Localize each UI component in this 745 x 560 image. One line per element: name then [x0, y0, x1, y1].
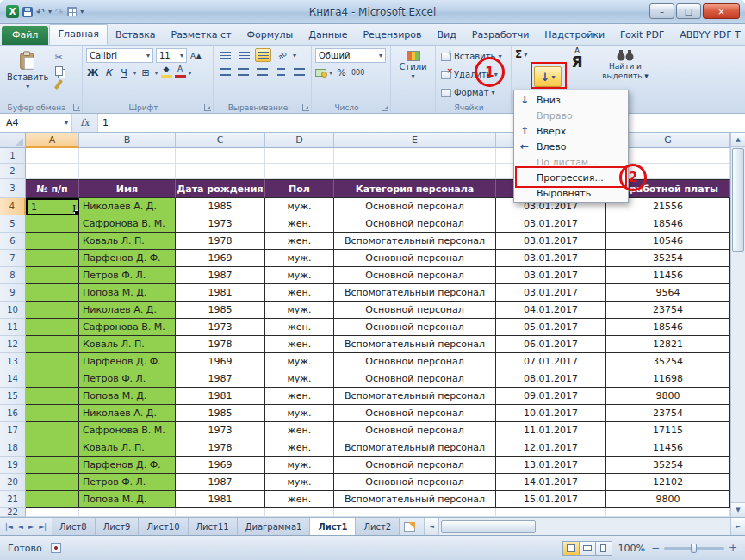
- cell-C8[interactable]: 1987: [176, 267, 265, 284]
- cell-F20[interactable]: 14.01.2017: [496, 474, 606, 491]
- cell-D10[interactable]: муж.: [265, 302, 334, 319]
- paste-button[interactable]: Вставить ▾: [3, 48, 52, 102]
- align-bottom-icon[interactable]: [255, 48, 271, 62]
- cell-G5[interactable]: 18546: [606, 215, 730, 233]
- borders-dropdown-icon[interactable]: ▾: [154, 69, 158, 77]
- cell-B21[interactable]: Попова М. Д.: [79, 491, 176, 508]
- next-sheet-icon[interactable]: ►: [27, 523, 35, 531]
- accounting-format-icon[interactable]: [315, 69, 326, 77]
- cell-B22[interactable]: [79, 508, 176, 517]
- cell-D17[interactable]: жен.: [265, 422, 334, 439]
- cell-B7[interactable]: Парфенов Д. Ф.: [79, 250, 176, 267]
- cell-A12[interactable]: [26, 336, 79, 353]
- ribbon-tab-ABBYY PDF T[interactable]: ABBYY PDF T: [672, 26, 745, 45]
- save-icon[interactable]: [22, 7, 33, 17]
- ribbon-tab-Главная[interactable]: Главная: [49, 24, 108, 45]
- cell-B15[interactable]: Попова М. Д.: [79, 388, 176, 405]
- cell-C11[interactable]: 1973: [176, 319, 265, 336]
- ribbon-tab-Разработчи[interactable]: Разработчи: [464, 26, 537, 45]
- last-sheet-icon[interactable]: ►|: [37, 523, 48, 531]
- prev-sheet-icon[interactable]: ◄: [16, 523, 25, 531]
- cell-A10[interactable]: [26, 302, 79, 319]
- cell-C9[interactable]: 1981: [176, 284, 265, 302]
- cell-E11[interactable]: Основной персонал: [334, 319, 496, 336]
- vertical-scroll-thumb[interactable]: [732, 148, 744, 252]
- table-header-B[interactable]: Имя: [79, 179, 176, 198]
- underline-dropdown-icon[interactable]: ▾: [133, 69, 136, 77]
- row-header-22[interactable]: 22: [0, 508, 26, 517]
- sheet-tab-Лист1[interactable]: Лист1: [310, 518, 356, 535]
- menu-item-Влево[interactable]: ←Влево: [515, 139, 627, 154]
- row-header-15[interactable]: 15: [0, 388, 26, 405]
- cell-D13[interactable]: муж.: [265, 353, 334, 370]
- percent-style-icon[interactable]: %: [335, 65, 348, 79]
- row-header-13[interactable]: 13: [0, 353, 26, 370]
- row-header-10[interactable]: 10: [0, 302, 26, 319]
- delete-cells-button[interactable]: Удалить▾: [439, 66, 507, 83]
- cell-D5[interactable]: жен.: [265, 215, 334, 233]
- cell-G8[interactable]: 11456: [606, 267, 730, 284]
- cell-F6[interactable]: 03.01.2017: [496, 233, 606, 250]
- menu-item-Вверх[interactable]: ↑Вверх: [515, 123, 627, 139]
- cell-E4[interactable]: Основной персонал: [334, 198, 496, 215]
- cell-B2[interactable]: [79, 164, 176, 179]
- cell-C7[interactable]: 1969: [176, 250, 265, 267]
- number-format-combo[interactable]: Общий▾: [315, 48, 386, 63]
- cell-D16[interactable]: муж.: [265, 405, 334, 422]
- table-header-E[interactable]: Категория персонала: [334, 179, 496, 198]
- zoom-in-icon[interactable]: +: [729, 542, 737, 554]
- macro-record-icon[interactable]: [51, 543, 61, 553]
- find-select-button[interactable]: Найти и выделить ▾: [601, 48, 649, 80]
- row-header-16[interactable]: 16: [0, 405, 26, 422]
- fill-color-icon[interactable]: ◆: [161, 67, 172, 78]
- cut-icon[interactable]: ✂: [54, 52, 62, 63]
- cell-E6[interactable]: Вспомогательный персонал: [334, 233, 496, 250]
- cell-A22[interactable]: [26, 508, 79, 517]
- minimize-button[interactable]: –: [649, 3, 674, 19]
- sort-filter-button[interactable]: А Я: [563, 47, 591, 70]
- row-header-8[interactable]: 8: [0, 267, 26, 284]
- cell-G9[interactable]: 9564: [606, 284, 730, 302]
- autosum-button[interactable]: Σ▾: [515, 48, 527, 60]
- cell-D9[interactable]: жен.: [265, 284, 334, 302]
- cell-D20[interactable]: муж.: [265, 474, 334, 491]
- cell-F16[interactable]: 10.01.2017: [496, 405, 606, 422]
- font-color-dropdown-icon[interactable]: ▾: [189, 69, 192, 77]
- cell-F19[interactable]: 13.01.2017: [496, 457, 606, 474]
- close-button[interactable]: ×: [703, 3, 740, 19]
- cell-B11[interactable]: Сафронова В. М.: [79, 319, 176, 336]
- cell-G13[interactable]: 35254: [606, 353, 730, 370]
- cell-F5[interactable]: 03.01.2017: [496, 215, 606, 233]
- ribbon-tab-Данные[interactable]: Данные: [301, 26, 355, 45]
- ribbon-tab-Формулы[interactable]: Формулы: [239, 26, 301, 45]
- zoom-slider[interactable]: [664, 547, 724, 550]
- cell-A11[interactable]: [26, 319, 79, 336]
- cell-B16[interactable]: Николаев А. Д.: [79, 405, 176, 422]
- menu-item-Прогрессия[interactable]: Прогрессия...: [515, 170, 627, 185]
- cell-C17[interactable]: 1973: [176, 422, 265, 439]
- cell-D8[interactable]: муж.: [265, 267, 334, 284]
- ribbon-tab-Разметка ст[interactable]: Разметка ст: [164, 26, 239, 45]
- cell-D15[interactable]: жен.: [265, 388, 334, 405]
- cell-E1[interactable]: [334, 148, 496, 164]
- decrease-indent-icon[interactable]: [273, 65, 289, 78]
- cell-E20[interactable]: Основной персонал: [334, 474, 496, 491]
- cell-G16[interactable]: 23754: [606, 405, 730, 422]
- row-header-18[interactable]: 18: [0, 439, 26, 457]
- insert-cells-button[interactable]: Вставить▾: [439, 48, 507, 65]
- cell-B6[interactable]: Коваль Л. П.: [79, 233, 176, 250]
- cell-F22[interactable]: [496, 508, 606, 517]
- cell-E12[interactable]: Вспомогательный персонал: [334, 336, 496, 353]
- cell-A2[interactable]: [26, 164, 79, 179]
- cell-C18[interactable]: 1978: [176, 439, 265, 457]
- cell-G7[interactable]: 35254: [606, 250, 730, 267]
- cell-G15[interactable]: 9800: [606, 388, 730, 405]
- cell-E14[interactable]: Основной персонал: [334, 370, 496, 388]
- row-header-2[interactable]: 2: [0, 164, 26, 179]
- scroll-left-icon[interactable]: ◄: [425, 518, 439, 535]
- ribbon-tab-Foxit PDF[interactable]: Foxit PDF: [612, 26, 672, 45]
- cell-G22[interactable]: [606, 508, 730, 517]
- select-all-corner[interactable]: [0, 133, 26, 148]
- underline-button[interactable]: Ч: [117, 65, 130, 79]
- cell-G11[interactable]: 18546: [606, 319, 730, 336]
